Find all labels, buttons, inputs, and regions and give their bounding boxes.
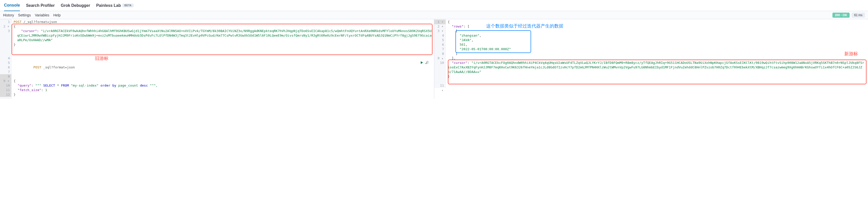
row-val-date: "2022-05-01T00:00:00.000Z" [460, 47, 511, 51]
tab-painless-label: Painless Lab [96, 3, 121, 8]
tab-console[interactable]: Console [4, 0, 20, 11]
http-method: POST [33, 65, 41, 69]
blank-line [13, 52, 432, 56]
brace: } [13, 93, 16, 96]
wrench-icon[interactable] [425, 61, 429, 66]
annotation-new-cursor: 新游标 [844, 52, 858, 56]
line-gutter-right: 1 ▾ 2 ▾ 3 ▾ 4 5 6 7 8 9 ▴ 10 11 ▴ [434, 19, 446, 88]
line-gutter-left: 1 2 ▾ 3 4 5 6 7 8 9 ▾ 10 11 12 ▴ [0, 19, 11, 99]
row-val-name: "zhangsan" [460, 34, 479, 37]
latency-badge: 61 ms [851, 12, 865, 18]
row-val-lang: "JAVA" [460, 38, 471, 42]
status-badge: 200 - OK [832, 12, 850, 18]
array-close: ] [448, 52, 866, 56]
blank-line [13, 56, 432, 61]
brace: } [13, 43, 16, 47]
variables-link[interactable]: Variables [35, 13, 49, 17]
json-val-cursor: "i/vrA0RGTACEkVF0wkAQhnfWhhhi4hG8AlhMf0G… [17, 29, 432, 42]
response-viewer[interactable]: 1 ▾ 2 ▾ 3 ▾ 4 5 6 7 8 9 ▴ 10 11 ▴ { "row… [434, 19, 868, 99]
json-key-rows: "rows" [452, 25, 464, 28]
settings-link[interactable]: Settings [18, 13, 31, 17]
json-val-fetch-size: 1 [45, 88, 47, 92]
tab-painless-lab[interactable]: Painless Lab BETA [96, 0, 133, 11]
json-key-cursor: "cursor" [21, 29, 37, 33]
array-close: ], [448, 56, 866, 61]
tab-search-profiler[interactable]: Search Profiler [26, 0, 55, 11]
brace: { [448, 20, 450, 24]
json-key-query: "query" [18, 84, 32, 87]
request-code[interactable]: POST /_sql?format=json { "cursor": "i/vr… [11, 19, 434, 99]
request-path: _sql?format=json [41, 65, 75, 69]
brace: { [13, 25, 16, 28]
annotation-iterator-note: 这个数据类似于经过迭代器产生的数据 [486, 24, 563, 28]
tab-grok-debugger[interactable]: Grok Debugger [61, 0, 90, 11]
row-val-count: 561 [460, 43, 465, 47]
request-path: /_sql?format=json [22, 20, 57, 24]
http-method: POST [13, 20, 22, 24]
json-key-cursor: "cursor" [452, 61, 468, 65]
brace: } [448, 74, 450, 78]
annotation-old-cursor: 旧游标 [95, 56, 108, 61]
help-link[interactable]: Help [53, 13, 61, 17]
array-open: [ [448, 29, 866, 33]
json-val-cursor: "i/vrA0RGTACEkcFOg0AQhndW0hhi4iP4CkVq4qU… [448, 61, 864, 74]
beta-badge: BETA [122, 3, 133, 7]
json-key-fetch-size: "fetch_size" [18, 88, 41, 92]
response-code: { "rows": [ [ "zhangsan", "JAVA", 561, "… [446, 19, 868, 88]
play-icon[interactable] [420, 61, 424, 66]
blank-line [13, 47, 432, 52]
main-tabs: Console Search Profiler Grok Debugger Pa… [0, 0, 868, 11]
history-link[interactable]: History [3, 13, 14, 17]
secondary-toolbar: History Settings Variables Help 200 - OK… [0, 11, 868, 19]
request-editor[interactable]: 1 2 ▾ 3 4 5 6 7 8 9 ▾ 10 11 12 ▴ POST /_… [0, 19, 434, 99]
brace: { [13, 79, 16, 83]
